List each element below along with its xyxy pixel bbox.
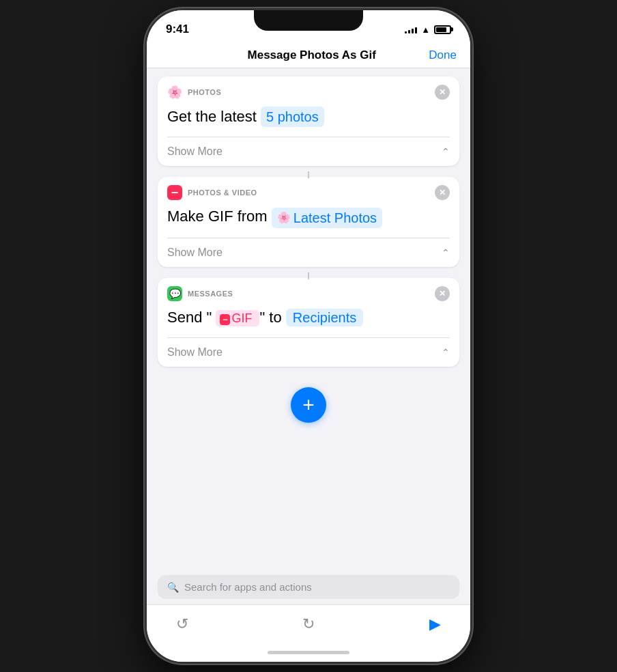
card-3-text-send: Send " bbox=[167, 309, 216, 326]
messages-action-card: 💬 MESSAGES ✕ Send " −GIF " to bbox=[158, 278, 459, 367]
card-3-show-more[interactable]: Show More ⌃ bbox=[158, 338, 459, 367]
photos-video-action-card: − PHOTOS & VIDEO ✕ Make GIF from 🌸 Lates… bbox=[158, 177, 459, 267]
card-2-text-make-gif-from: Make GIF from bbox=[167, 208, 272, 225]
card-1-category: PHOTOS bbox=[188, 88, 221, 96]
gif-mini-icon: − bbox=[220, 314, 230, 325]
redo-icon: ↻ bbox=[302, 615, 315, 633]
battery-fill bbox=[436, 27, 446, 32]
card-1-description: Get the latest 5 photos bbox=[167, 107, 450, 127]
wifi-icon: ▲ bbox=[421, 25, 430, 35]
latest-photos-flower-icon: 🌸 bbox=[277, 211, 291, 225]
signal-bar-2 bbox=[408, 30, 410, 33]
redo-button[interactable]: ↻ bbox=[298, 613, 319, 635]
nav-bar: Message Photos As Gif Done bbox=[147, 43, 470, 68]
undo-icon: ↺ bbox=[176, 615, 188, 633]
nav-title: Message Photos As Gif bbox=[248, 48, 376, 62]
photos-icon: 🌸 bbox=[167, 85, 182, 100]
minus-icon: − bbox=[171, 186, 179, 199]
notch bbox=[254, 10, 363, 31]
undo-button[interactable]: ↺ bbox=[171, 613, 193, 635]
card-2-description: Make GIF from 🌸 Latest Photos bbox=[167, 207, 450, 228]
add-button-container: + bbox=[158, 374, 459, 436]
add-action-button[interactable]: + bbox=[291, 387, 326, 423]
signal-bar-3 bbox=[412, 29, 414, 33]
card-1-header: 🌸 PHOTOS ✕ bbox=[158, 76, 459, 104]
photos-action-card: 🌸 PHOTOS ✕ Get the latest 5 photos bbox=[158, 76, 459, 166]
phone-screen: 9:41 ▲ Message Photos As bbox=[147, 10, 470, 662]
bottom-toolbar: ↺ ↻ ▶ bbox=[147, 604, 470, 643]
search-placeholder-text: Search for apps and actions bbox=[184, 581, 312, 593]
home-indicator bbox=[147, 643, 470, 662]
phone-frame: 9:41 ▲ Message Photos As bbox=[145, 8, 472, 664]
search-bar[interactable]: 🔍 Search for apps and actions bbox=[158, 575, 459, 599]
search-container: 🔍 Search for apps and actions bbox=[147, 570, 470, 604]
connector-line-1 bbox=[308, 171, 309, 178]
card-1-token-5photos[interactable]: 5 photos bbox=[261, 107, 324, 127]
battery-icon bbox=[434, 25, 451, 34]
connector-line-2 bbox=[308, 272, 309, 279]
card-2-body: Make GIF from 🌸 Latest Photos bbox=[158, 204, 459, 238]
messages-icon: 💬 bbox=[167, 286, 182, 301]
card-1-show-more[interactable]: Show More ⌃ bbox=[158, 137, 459, 166]
card-3-token-recipients[interactable]: Recipients bbox=[286, 309, 363, 326]
card-3-text-to: " to bbox=[259, 309, 285, 326]
card-3-chevron-icon: ⌃ bbox=[442, 347, 450, 358]
photos-flower-icon: 🌸 bbox=[167, 85, 182, 100]
status-icons: ▲ bbox=[405, 25, 451, 35]
card-1-text-get-latest: Get the latest bbox=[167, 108, 261, 125]
play-icon: ▶ bbox=[429, 615, 441, 633]
card-1-chevron-icon: ⌃ bbox=[442, 146, 450, 157]
photos-video-icon: − bbox=[167, 185, 182, 200]
done-button[interactable]: Done bbox=[429, 48, 457, 62]
content-area: 🌸 PHOTOS ✕ Get the latest 5 photos bbox=[147, 68, 470, 570]
signal-bars bbox=[405, 25, 417, 33]
card-2-show-more-label: Show More bbox=[167, 247, 223, 259]
card-3-category: MESSAGES bbox=[188, 290, 233, 298]
card-2-category: PHOTOS & VIDEO bbox=[188, 188, 257, 197]
search-icon: 🔍 bbox=[167, 582, 179, 593]
card-1-show-more-label: Show More bbox=[167, 145, 223, 158]
bubble-icon: 💬 bbox=[169, 288, 181, 299]
card-2-header-left: − PHOTOS & VIDEO bbox=[167, 185, 257, 200]
card-3-show-more-label: Show More bbox=[167, 346, 223, 359]
card-2-close-button[interactable]: ✕ bbox=[435, 185, 450, 200]
status-time: 9:41 bbox=[166, 23, 189, 36]
signal-bar-1 bbox=[405, 31, 407, 33]
card-2-chevron-icon: ⌃ bbox=[442, 247, 450, 258]
card-1-close-button[interactable]: ✕ bbox=[435, 85, 450, 100]
play-button[interactable]: ▶ bbox=[424, 613, 446, 635]
signal-bar-4 bbox=[415, 27, 417, 33]
card-3-description: Send " −GIF " to Recipients bbox=[167, 308, 450, 328]
card-1-header-left: 🌸 PHOTOS bbox=[167, 85, 221, 100]
card-2-show-more[interactable]: Show More ⌃ bbox=[158, 238, 459, 267]
card-2-header: − PHOTOS & VIDEO ✕ bbox=[158, 177, 459, 204]
card-2-token-latest-photos[interactable]: 🌸 Latest Photos bbox=[272, 208, 382, 228]
card-3-body: Send " −GIF " to Recipients bbox=[158, 305, 459, 337]
card-3-token-gif[interactable]: −GIF bbox=[216, 310, 259, 326]
home-bar bbox=[268, 651, 349, 654]
phone-wrapper: 9:41 ▲ Message Photos As bbox=[145, 8, 472, 664]
card-3-close-button[interactable]: ✕ bbox=[435, 286, 450, 301]
card-1-body: Get the latest 5 photos bbox=[158, 104, 459, 137]
card-3-header-left: 💬 MESSAGES bbox=[167, 286, 233, 301]
card-3-header: 💬 MESSAGES ✕ bbox=[158, 278, 459, 305]
